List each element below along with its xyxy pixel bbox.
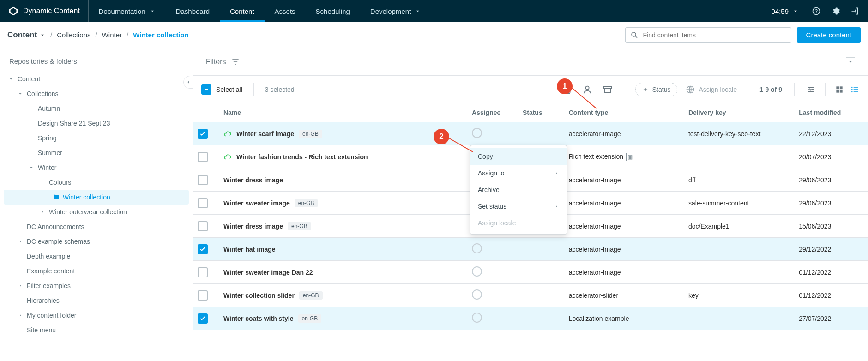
- tree-item[interactable]: Winter collection: [4, 190, 189, 205]
- table-row[interactable]: Winter coats with styleen-GBLocalization…: [193, 307, 868, 330]
- action-bar: Select all 3 selected Status Assign loca…: [193, 76, 868, 103]
- col-name[interactable]: Name: [219, 103, 467, 122]
- row-type: Rich text extension: [569, 153, 623, 160]
- filter-icon[interactable]: [231, 57, 240, 66]
- topnav-item[interactable]: Assets: [265, 0, 306, 22]
- row-checkbox[interactable]: [198, 290, 208, 301]
- table-row[interactable]: Winter hat imageaccelerator-Image29/12/2…: [193, 238, 868, 261]
- col-key[interactable]: Delivery key: [684, 103, 794, 122]
- col-assignee[interactable]: Assignee: [467, 103, 518, 122]
- search-input[interactable]: [642, 31, 786, 39]
- context-menu-item[interactable]: Assign to: [470, 165, 567, 181]
- chevron-down-icon[interactable]: [17, 91, 24, 96]
- filter-collapse-toggle[interactable]: [846, 57, 855, 66]
- tree-item[interactable]: Summer: [0, 145, 193, 160]
- col-type[interactable]: Content type: [564, 103, 684, 122]
- assign-user-icon[interactable]: [582, 84, 592, 95]
- tree-item[interactable]: Spring: [0, 131, 193, 145]
- tree-item[interactable]: DC example schemas: [0, 234, 193, 249]
- tree-item[interactable]: Colours: [0, 175, 193, 190]
- chevron-down-icon[interactable]: [7, 76, 15, 82]
- row-checkbox[interactable]: [198, 129, 208, 139]
- tree-item[interactable]: Example content: [0, 264, 193, 278]
- help-button[interactable]: [810, 5, 823, 18]
- tree-item-label: Site menu: [27, 326, 56, 334]
- assignee-avatar[interactable]: [472, 313, 482, 323]
- logout-button[interactable]: [849, 5, 862, 18]
- tree-item[interactable]: Winter outerwear collection: [0, 205, 193, 219]
- breadcrumb-item[interactable]: Winter: [102, 31, 122, 39]
- search-box[interactable]: [625, 27, 791, 43]
- row-modified: 01/12/2022: [799, 292, 831, 299]
- collapse-panel-button[interactable]: [183, 76, 193, 89]
- globe-icon: [686, 85, 695, 94]
- create-content-button[interactable]: Create content: [797, 27, 861, 43]
- main-panel: Filters Select all 3 selected Status: [193, 48, 868, 361]
- row-type: accelerator-Image: [569, 246, 621, 253]
- tree-item[interactable]: Hierarchies: [0, 293, 193, 308]
- col-status[interactable]: Status: [518, 103, 564, 122]
- tree-item-label: Depth example: [27, 253, 70, 260]
- tree-item[interactable]: DC Announcements: [0, 219, 193, 234]
- breadcrumb-root[interactable]: Content: [7, 30, 46, 40]
- breadcrumb-current[interactable]: Winter collection: [133, 31, 189, 39]
- topnav-item[interactable]: Documentation: [89, 0, 166, 22]
- status-chip[interactable]: Status: [635, 83, 678, 96]
- filters-label[interactable]: Filters: [206, 58, 226, 66]
- tree-item[interactable]: Site menu: [0, 323, 193, 337]
- chevron-right-icon[interactable]: [17, 313, 24, 318]
- settings-button[interactable]: [829, 5, 842, 18]
- row-modified: 15/06/2023: [799, 223, 831, 230]
- context-menu-item[interactable]: Archive: [470, 181, 567, 198]
- chevron-down-icon[interactable]: [28, 165, 35, 170]
- brand[interactable]: Dynamic Content: [0, 0, 89, 22]
- assignee-avatar[interactable]: [472, 243, 482, 253]
- select-all-checkbox[interactable]: [201, 84, 211, 95]
- breadcrumb-item[interactable]: Collections: [57, 31, 90, 39]
- session-timer[interactable]: 04:59: [766, 6, 803, 17]
- tree-item[interactable]: My content folder: [0, 308, 193, 323]
- chevron-down-icon: [415, 8, 421, 14]
- timer-value: 04:59: [771, 7, 789, 15]
- context-menu-item[interactable]: Copy: [470, 148, 567, 165]
- chevron-right-icon[interactable]: [17, 283, 24, 289]
- chevron-right-icon[interactable]: [17, 239, 24, 244]
- topnav-item[interactable]: Content: [220, 0, 265, 22]
- row-checkbox[interactable]: [198, 313, 208, 324]
- tree-item-label: Spring: [38, 134, 56, 142]
- tree-item[interactable]: Filter examples: [0, 278, 193, 293]
- select-all[interactable]: Select all: [201, 84, 242, 95]
- grid-view-icon[interactable]: [835, 85, 844, 94]
- search-icon: [630, 31, 639, 39]
- tree-item[interactable]: Winter: [0, 160, 193, 175]
- row-checkbox[interactable]: [198, 244, 208, 254]
- col-modified[interactable]: Last modified: [794, 103, 868, 122]
- context-menu-item[interactable]: Set status: [470, 198, 567, 215]
- list-view-icon[interactable]: [850, 85, 860, 94]
- chevron-right-icon[interactable]: [39, 209, 46, 215]
- row-checkbox[interactable]: [198, 267, 208, 277]
- tree-item[interactable]: Collections: [0, 86, 193, 101]
- tree-item[interactable]: Content: [0, 72, 193, 86]
- archive-action-icon[interactable]: [603, 84, 613, 95]
- assignee-avatar[interactable]: [472, 266, 482, 277]
- row-checkbox[interactable]: [198, 175, 208, 185]
- tree-item[interactable]: Depth example: [0, 249, 193, 264]
- view-options-icon[interactable]: [807, 85, 816, 94]
- assignee-avatar[interactable]: [472, 128, 482, 138]
- topnav-item[interactable]: Dashboard: [166, 0, 220, 22]
- tree-item[interactable]: Design Share 21 Sept 23: [0, 116, 193, 131]
- topnav-item[interactable]: Scheduling: [306, 0, 360, 22]
- chevron-left-icon: [186, 79, 191, 85]
- table-row[interactable]: Winter sweater image Dan 22accelerator-I…: [193, 261, 868, 284]
- tree-item-label: Example content: [27, 267, 75, 275]
- cloud-icon: [223, 153, 232, 161]
- row-checkbox[interactable]: [198, 198, 208, 208]
- assignee-avatar[interactable]: [472, 289, 482, 300]
- table-row[interactable]: Winter scarf imageen-GBaccelerator-Image…: [193, 122, 868, 145]
- topnav-item[interactable]: Development: [360, 0, 431, 22]
- row-checkbox[interactable]: [198, 221, 208, 231]
- tree-item[interactable]: Autumn: [0, 101, 193, 116]
- table-row[interactable]: Winter collection slideren-GBaccelerator…: [193, 284, 868, 307]
- row-checkbox[interactable]: [198, 152, 208, 162]
